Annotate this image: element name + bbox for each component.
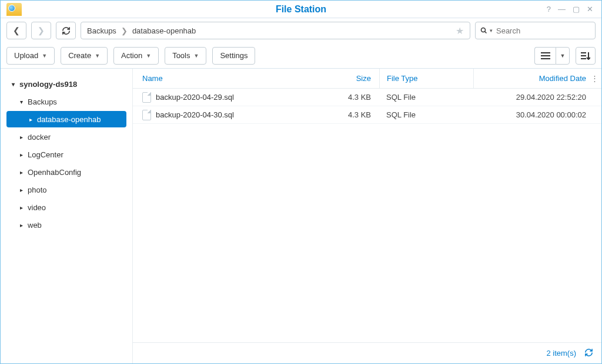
file-grid: backup-2020-04-29.sql 4.3 KB SQL File 29… [133,89,601,342]
file-icon [142,92,151,103]
tree-folder-photo[interactable]: ▸ photo [6,181,126,198]
file-size: 4.3 KB [327,110,379,119]
file-size: 4.3 KB [327,93,379,102]
table-row[interactable]: backup-2020-04-30.sql 4.3 KB SQL File 30… [133,106,601,124]
tree-folder-label: video [28,203,46,212]
close-icon[interactable]: ✕ [587,5,593,14]
caret-down-icon: ▼ [146,53,151,59]
tools-button[interactable]: Tools▼ [165,47,206,65]
tree-folder-database-openhab[interactable]: ▸ database-openhab [6,111,126,127]
svg-line-1 [484,31,486,33]
svg-point-0 [481,28,485,32]
column-header-type[interactable]: File Type [379,69,473,88]
settings-button[interactable]: Settings [212,47,255,65]
view-dropdown-button[interactable]: ▼ [556,47,570,65]
chevron-right-icon: ❯ [121,26,128,35]
sort-icon [581,52,590,60]
search-dropdown-icon[interactable]: ▾ [490,28,493,33]
sort-button[interactable] [576,47,596,65]
refresh-icon [62,26,71,35]
grid-header: Name Size File Type Modified Date ⋮ [133,69,601,89]
breadcrumb-part[interactable]: Backups [87,26,116,35]
file-modified: 29.04.2020 22:52:20 [473,93,591,102]
statusbar: 2 item(s) [133,342,601,363]
expand-collapse-icon[interactable]: ▸ [26,116,35,123]
expand-collapse-icon[interactable]: ▸ [17,187,25,193]
folder-tree: ▾ synology-ds918 ▾ Backups ▸ database-op… [1,69,133,363]
minimize-icon[interactable]: — [558,5,566,14]
item-count: 2 item(s) [546,349,576,358]
table-row[interactable]: backup-2020-04-29.sql 4.3 KB SQL File 29… [133,89,601,106]
tree-root[interactable]: ▾ synology-ds918 [6,76,126,92]
refresh-button[interactable] [56,22,76,39]
tree-folder-label: web [28,221,42,230]
breadcrumb[interactable]: Backups ❯ database-openhab ★ [81,22,470,39]
expand-collapse-icon[interactable]: ▸ [17,204,25,211]
tree-folder-label: database-openhab [37,115,101,124]
column-header-modified[interactable]: Modified Date [473,69,591,88]
expand-collapse-icon[interactable]: ▸ [17,151,25,158]
expand-collapse-icon[interactable]: ▸ [17,222,25,228]
tree-folder-label: photo [28,186,47,194]
create-button[interactable]: Create▼ [61,47,108,65]
breadcrumb-part[interactable]: database-openhab [132,26,196,35]
list-icon [541,52,550,59]
tree-folder-label: OpenhabConfig [28,168,81,177]
search-box[interactable]: ▾ [475,22,596,39]
help-icon[interactable]: ? [547,5,551,14]
refresh-icon [584,348,593,357]
tree-folder-label: Backups [28,97,57,106]
column-header-name[interactable]: Name [142,69,327,88]
file-icon [142,110,151,120]
file-modified: 30.04.2020 00:00:02 [473,110,591,119]
column-header-size[interactable]: Size [327,69,379,88]
tree-folder-web[interactable]: ▸ web [6,217,126,233]
search-icon [480,26,487,35]
tree-root-label: synology-ds918 [19,80,77,89]
expand-collapse-icon[interactable]: ▸ [17,134,25,140]
tree-folder-openhabconfig[interactable]: ▸ OpenhabConfig [6,164,126,180]
tree-folder-label: docker [28,133,51,141]
caret-down-icon: ▼ [194,53,199,59]
action-button[interactable]: Action▼ [113,47,159,65]
tree-folder-logcenter[interactable]: ▸ LogCenter [6,146,126,163]
file-pane: Name Size File Type Modified Date ⋮ back… [133,69,601,363]
favorite-star-icon[interactable]: ★ [456,25,464,36]
expand-collapse-icon[interactable]: ▾ [17,99,25,105]
maximize-icon[interactable]: ▢ [573,5,580,14]
search-input[interactable] [496,26,590,35]
file-type: SQL File [379,93,473,102]
expand-collapse-icon[interactable]: ▾ [9,81,17,87]
nav-toolbar: ❮ ❯ Backups ❯ database-openhab ★ ▾ [1,18,601,43]
tree-folder-backups[interactable]: ▾ Backups [6,93,126,110]
forward-button[interactable]: ❯ [31,22,51,39]
column-menu-icon[interactable]: ⋮ [591,69,601,88]
tree-folder-video[interactable]: ▸ video [6,199,126,215]
file-name: backup-2020-04-29.sql [156,93,234,102]
upload-button[interactable]: Upload▼ [6,47,55,65]
caret-down-icon: ▼ [95,53,100,59]
titlebar: File Station ? — ▢ ✕ [1,1,601,18]
caret-down-icon: ▼ [42,53,47,59]
file-name: backup-2020-04-30.sql [156,110,234,119]
tree-folder-label: LogCenter [28,150,63,159]
file-type: SQL File [379,110,473,119]
action-toolbar: Upload▼ Create▼ Action▼ Tools▼ Settings … [1,43,601,69]
back-button[interactable]: ❮ [6,22,26,39]
expand-collapse-icon[interactable]: ▸ [17,169,25,176]
app-icon [6,3,22,16]
tree-folder-docker[interactable]: ▸ docker [6,129,126,145]
view-list-button[interactable] [534,47,556,65]
status-refresh-button[interactable] [584,348,593,359]
window-title: File Station [1,4,601,15]
